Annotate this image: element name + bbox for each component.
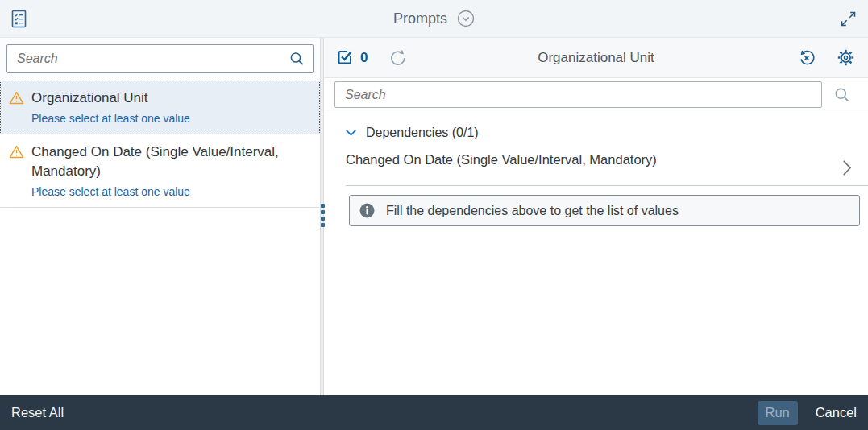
detail-toolbar: 0 Organizational Unit — [324, 38, 868, 78]
dialog-footer: Reset All Run Cancel — [0, 395, 868, 430]
expand-icon — [840, 10, 857, 27]
dependency-label: Changed On Date (Single Value/Interval, … — [346, 152, 657, 167]
prompt-title: Changed On Date (Single Value/Interval, … — [31, 143, 297, 181]
prompt-item-changed-on-date[interactable]: Changed On Date (Single Value/Interval, … — [0, 134, 320, 208]
header-title-group: Prompts — [0, 0, 868, 37]
panel-splitter[interactable] — [320, 38, 324, 395]
info-message: Fill the dependencies above to get the l… — [386, 204, 679, 218]
prompt-message: Please select at least one value — [31, 184, 297, 201]
gear-icon — [837, 48, 855, 67]
prompts-search-row — [0, 38, 320, 81]
refresh-icon — [389, 49, 407, 67]
selected-values-button[interactable]: 0 — [337, 49, 368, 66]
prompt-item-organizational-unit[interactable]: Organizational Unit Please select at lea… — [0, 81, 320, 134]
chevron-right-icon[interactable] — [842, 159, 852, 180]
values-search-button[interactable] — [834, 87, 850, 103]
dependencies-info-strip: Fill the dependencies above to get the l… — [349, 195, 860, 226]
warning-icon — [9, 143, 24, 201]
dependencies-label: Dependencies (0/1) — [366, 126, 479, 140]
warning-icon — [9, 89, 24, 127]
reset-all-button[interactable]: Reset All — [11, 405, 64, 420]
cancel-button[interactable]: Cancel — [816, 405, 857, 420]
reset-values-icon — [798, 49, 816, 67]
prompt-detail-panel: 0 Organizational Unit — [324, 38, 868, 395]
prompts-search-button[interactable] — [289, 52, 305, 67]
dependencies-header[interactable]: Dependencies (0/1) — [345, 126, 868, 140]
search-icon — [834, 87, 850, 103]
chevron-down-icon — [345, 129, 357, 137]
dependencies-section: Dependencies (0/1) Changed On Date (Sing… — [324, 114, 868, 395]
prompt-list-button[interactable] — [11, 10, 27, 28]
checklist-icon — [11, 10, 27, 28]
selected-count: 0 — [360, 50, 368, 66]
prompt-message: Please select at least one value — [31, 111, 190, 127]
run-button[interactable]: Run — [758, 401, 798, 425]
info-icon — [359, 203, 375, 218]
prompts-search-input[interactable] — [6, 44, 314, 73]
prompts-panel: Organizational Unit Please select at lea… — [0, 38, 320, 395]
refresh-values-button[interactable] — [389, 49, 407, 67]
expand-dialog-button[interactable] — [840, 10, 857, 27]
search-icon — [289, 52, 305, 67]
prompt-title: Organizational Unit — [31, 89, 190, 108]
values-search-row — [324, 78, 868, 114]
dependency-item[interactable]: Changed On Date (Single Value/Interval, … — [346, 140, 868, 186]
collapse-header-button[interactable] — [457, 10, 475, 27]
checkbox-checked-icon — [337, 49, 354, 66]
reset-values-button[interactable] — [798, 49, 816, 67]
dialog-header: Prompts — [0, 0, 868, 38]
settings-button[interactable] — [837, 48, 855, 67]
dialog-title: Prompts — [393, 10, 447, 27]
splitter-grip-icon[interactable] — [320, 204, 326, 227]
values-search-input[interactable] — [334, 81, 822, 108]
chevron-down-circle-icon — [457, 10, 475, 27]
prompts-dialog: Prompts — [0, 0, 868, 430]
dialog-body: Organizational Unit Please select at lea… — [0, 38, 868, 395]
